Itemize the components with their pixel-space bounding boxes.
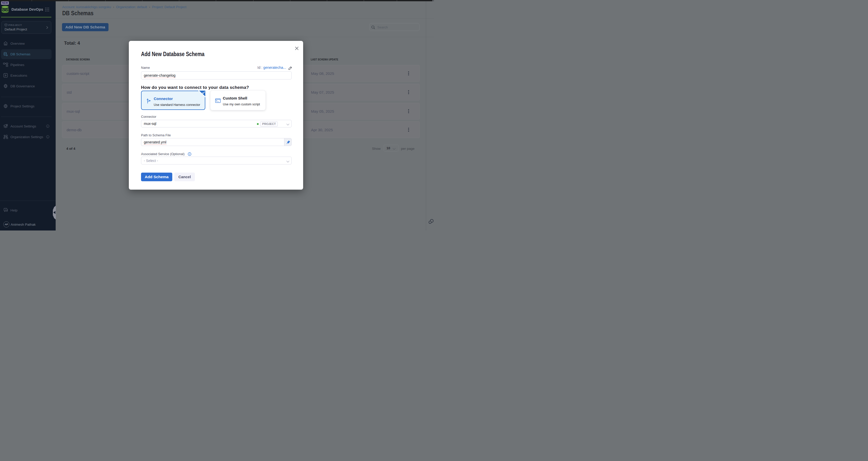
svg-text:?: ? <box>5 209 6 211</box>
